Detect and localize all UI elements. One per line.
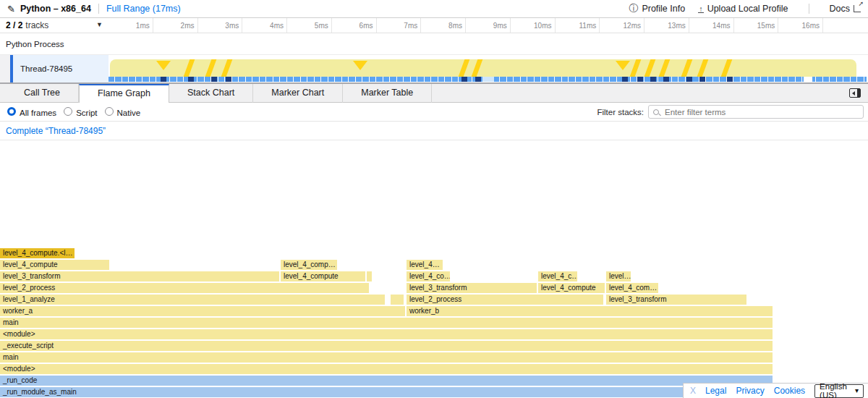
time-tick-label: 13ms (644, 18, 689, 33)
cpu-busy-segment (226, 77, 231, 82)
thread-track-row[interactable]: Thread-78495 (0, 55, 868, 82)
cpu-busy-segment (686, 77, 692, 82)
tab-marker-table[interactable]: Marker Table (343, 84, 432, 103)
time-tick-label: 12ms (600, 18, 644, 33)
marker-band[interactable] (110, 59, 856, 77)
docs-button[interactable]: Docs (830, 4, 861, 14)
flame-box[interactable]: worker_b (407, 306, 773, 316)
language-select[interactable]: English (US) ▾ (814, 384, 864, 398)
full-range-link[interactable]: Full Range (17ms) (106, 4, 181, 14)
profile-info-button[interactable]: ⓘ Profile Info (629, 2, 685, 15)
gc-triangle-marker (616, 61, 630, 70)
breadcrumb[interactable]: Complete “Thread-78495” (0, 126, 106, 136)
flame-box[interactable]: main (0, 352, 773, 363)
thread-track-label-cell[interactable]: Thread-78495 (0, 55, 109, 82)
cpu-busy-segment (461, 77, 467, 82)
time-tick-label: 2ms (153, 18, 198, 33)
interval-marker (221, 59, 233, 77)
flame-box[interactable]: _run_code (0, 376, 773, 386)
flame-box[interactable]: _execute_script (0, 341, 773, 351)
time-tick-label: 4ms (242, 18, 287, 33)
radio-label[interactable]: Native (117, 109, 141, 117)
radio-script[interactable] (64, 107, 72, 116)
frame-filter-radios: All framesScriptNative (0, 107, 140, 117)
time-tick-label: 6ms (332, 18, 377, 33)
flame-box[interactable]: level_4_co… (407, 271, 450, 281)
radio-label[interactable]: All frames (20, 109, 56, 117)
flame-box[interactable]: level_3_transform (407, 283, 537, 293)
cpu-gap (804, 77, 812, 82)
interval-marker (720, 59, 733, 77)
flame-box[interactable]: level_4_compute.<l… (0, 248, 75, 258)
filter-stacks-input[interactable] (648, 105, 864, 119)
tab-call-tree[interactable]: Call Tree (6, 84, 79, 103)
flame-box[interactable]: level_3_transform (606, 295, 746, 305)
flame-box[interactable]: level_4_com… (606, 283, 658, 293)
cpu-idle-segment (482, 77, 494, 82)
flame-box[interactable]: level_4… (407, 260, 443, 270)
cpu-busy-segment (161, 77, 166, 82)
tab-flame-graph[interactable]: Flame Graph (79, 84, 169, 103)
time-ticks: 1ms2ms3ms4ms5ms6ms7ms8ms9ms10ms11ms12ms1… (109, 18, 868, 33)
thread-track-canvas[interactable] (109, 55, 868, 82)
interval-marker (697, 59, 709, 77)
cpu-busy-segment (475, 77, 481, 82)
interval-marker (658, 59, 671, 77)
cpu-busy-segment (622, 77, 628, 82)
sidebar-toggle-icon[interactable] (849, 88, 861, 98)
flame-box[interactable]: <module> (0, 364, 773, 374)
flame-box[interactable] (367, 271, 372, 281)
time-tick-label: 9ms (466, 18, 511, 33)
flame-box[interactable]: level_2_process (0, 283, 369, 293)
tracks-count: 2 / 2 (6, 20, 22, 30)
flame-box[interactable] (391, 295, 404, 305)
tab-stack-chart[interactable]: Stack Chart (169, 84, 253, 103)
time-tick-label: 11ms (556, 18, 600, 33)
time-tick-label: 5ms (287, 18, 332, 33)
cpu-busy-segment (188, 77, 194, 82)
footer-link-cookies[interactable]: Cookies (774, 386, 805, 396)
radio-label[interactable]: Script (76, 109, 97, 117)
gc-triangle-marker (353, 61, 367, 70)
flame-box[interactable]: level_1_analyze (0, 295, 385, 305)
edit-pencil-icon[interactable]: ✎ (7, 4, 15, 14)
chevron-down-icon: ▾ (855, 386, 859, 394)
flame-box[interactable]: level_4_compute (281, 271, 365, 281)
interval-marker (205, 59, 217, 77)
docs-label: Docs (830, 4, 850, 14)
upload-icon: ↑ (698, 5, 704, 13)
process-track-row[interactable]: Python Process (0, 33, 868, 55)
tab-marker-chart[interactable]: Marker Chart (253, 84, 343, 103)
flame-box[interactable]: worker_a (0, 306, 405, 316)
time-tick-label: 14ms (689, 18, 734, 33)
footer-link-x[interactable]: X (690, 386, 696, 396)
flame-box[interactable]: level_3_transform (0, 271, 279, 281)
flame-box[interactable]: level_4_compute (538, 283, 605, 293)
footer-link-privacy[interactable]: Privacy (736, 386, 764, 396)
gc-triangle-marker (156, 61, 171, 70)
app-header: ✎ Python – x86_64 Full Range (17ms) ⓘ Pr… (0, 0, 868, 18)
flame-box[interactable]: level_4_comp… (281, 260, 337, 270)
profile-title: Python – x86_64 (20, 4, 91, 14)
footer-link-legal[interactable]: Legal (705, 386, 726, 396)
cpu-activity-bar[interactable] (109, 77, 867, 82)
flame-box[interactable]: level_4_c… (538, 271, 577, 281)
flame-box[interactable]: main (0, 318, 773, 328)
time-tick-label: 7ms (377, 18, 422, 33)
upload-profile-button[interactable]: ↑ Upload Local Profile (698, 4, 788, 14)
radio-all-frames[interactable] (7, 107, 16, 116)
process-track-label: Python Process (6, 40, 64, 48)
timeline-ruler: 2 / 2 tracks ▼ 1ms2ms3ms4ms5ms6ms7ms8ms9… (0, 18, 868, 33)
divider (98, 4, 99, 14)
flame-box[interactable]: level_4_compute (0, 260, 109, 270)
flame-box[interactable]: <module> (0, 329, 773, 339)
footer: X Legal Privacy Cookies English (US) ▾ (683, 383, 868, 398)
radio-native[interactable] (105, 107, 114, 116)
thread-track-label: Thread-78495 (20, 64, 72, 73)
tracks-counter: 2 / 2 tracks ▼ (0, 18, 109, 33)
flame-box[interactable]: level… (606, 271, 631, 281)
interval-marker (458, 59, 470, 77)
tracks-dropdown-icon[interactable]: ▼ (96, 21, 103, 28)
flame-box[interactable]: _run_module_as_main (0, 387, 773, 397)
flame-box[interactable]: level_2_process (407, 295, 603, 305)
